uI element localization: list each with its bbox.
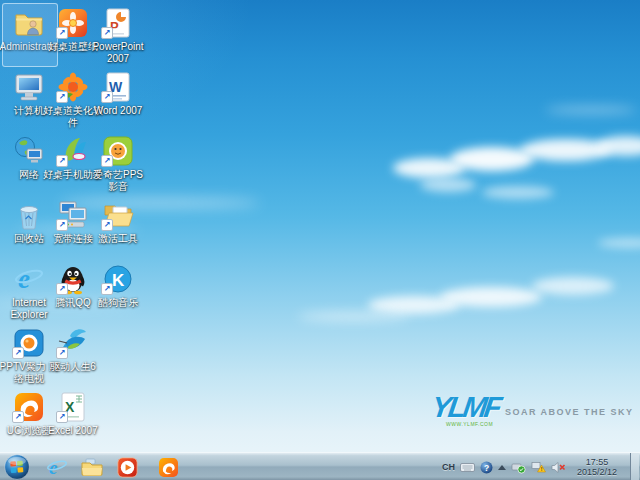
shortcut-arrow-icon	[56, 219, 68, 231]
network-warning-icon[interactable]: !	[531, 460, 546, 474]
taskbar-media-player-button[interactable]	[112, 455, 142, 479]
cloud	[545, 106, 637, 114]
uc-browser-icon	[157, 456, 180, 479]
clock-time: 17:55	[571, 457, 623, 467]
keyboard-icon[interactable]	[460, 462, 475, 473]
svg-text:K: K	[112, 271, 125, 290]
desktop-icon-kugou-music[interactable]: K 酷狗音乐	[88, 262, 148, 309]
desktop-icon-powerpoint-2007[interactable]: P PowerPoint 2007	[88, 6, 148, 65]
ime-language-indicator[interactable]: CH	[442, 462, 455, 472]
shortcut-arrow-icon	[101, 91, 113, 103]
desktop-icon-pps-player[interactable]: 爱奇艺PPS 影音	[88, 134, 148, 193]
desktop-icon-word-2007[interactable]: W Word 2007	[88, 70, 148, 117]
svg-text:e: e	[49, 457, 58, 478]
icon-label: Word 2007	[88, 105, 148, 117]
shortcut-arrow-icon	[56, 411, 68, 423]
cloud	[420, 178, 476, 192]
icon-label: 驱动人生6	[43, 361, 103, 373]
activation-folder-icon	[101, 198, 135, 232]
broadband-icon	[56, 198, 90, 232]
qq-penguin-icon	[56, 262, 90, 296]
icon-label: Excel 2007	[43, 425, 103, 437]
ylmf-tagline: SOAR ABOVE THE SKY	[505, 407, 634, 417]
shortcut-arrow-icon	[56, 283, 68, 295]
svg-text:?: ?	[484, 462, 489, 472]
cloud	[298, 312, 410, 321]
show-desktop-button[interactable]	[630, 453, 639, 480]
show-hidden-icons-button[interactable]	[498, 465, 506, 470]
excel-icon: X	[56, 390, 90, 424]
taskbar-windows-explorer-button[interactable]	[77, 455, 107, 479]
folder-icon	[80, 455, 104, 479]
folder-user-icon	[12, 6, 46, 40]
cloud	[532, 277, 614, 295]
desktop-icon-driver-life[interactable]: 驱动人生6	[43, 326, 103, 373]
svg-text:!: !	[541, 466, 543, 472]
shortcut-arrow-icon	[12, 347, 24, 359]
help-icon[interactable]: ?	[480, 461, 493, 474]
shortcut-arrow-icon	[56, 91, 68, 103]
word-icon: W	[101, 70, 135, 104]
ylmf-watermark: YLMF SOAR ABOVE THE SKY WWW.YLMF.COM	[432, 393, 632, 427]
usb-safely-remove-icon[interactable]	[511, 460, 526, 474]
shortcut-arrow-icon	[101, 219, 113, 231]
desktop-icon-excel-2007[interactable]: X Excel 2007	[43, 390, 103, 437]
kugou-music-icon: K	[101, 262, 135, 296]
shortcut-arrow-icon	[101, 27, 113, 39]
internet-explorer-icon: e	[12, 262, 46, 296]
taskbar-uc-browser-button[interactable]	[153, 455, 183, 479]
shortcut-arrow-icon	[101, 283, 113, 295]
computer-icon	[12, 70, 46, 104]
internet-explorer-icon: e	[45, 455, 69, 479]
driver-life-bird-icon	[56, 326, 90, 360]
taskbar: e	[0, 452, 640, 480]
taskbar-clock[interactable]: 17:55 2015/2/12	[571, 457, 623, 477]
volume-muted-icon[interactable]	[551, 461, 566, 474]
icon-label: 酷狗音乐	[88, 297, 148, 309]
icon-label: 爱奇艺PPS 影音	[88, 169, 148, 193]
icon-label: PowerPoint 2007	[88, 41, 148, 65]
powerpoint-icon: P	[101, 6, 135, 40]
start-button[interactable]	[4, 454, 30, 480]
cloud	[598, 238, 640, 248]
icon-label: 激活工具	[88, 233, 148, 245]
recycle-bin-icon	[12, 198, 46, 232]
desktop[interactable]: Administrator 好桌道壁纸 P P	[0, 0, 640, 480]
svg-text:e: e	[18, 264, 30, 294]
clock-date: 2015/2/12	[571, 467, 623, 477]
wallpaper-app-icon	[56, 6, 90, 40]
shortcut-arrow-icon	[56, 155, 68, 167]
pptv-icon	[12, 326, 46, 360]
system-tray: CH ? !	[442, 453, 640, 480]
desktop-icon-activation-tool[interactable]: 激活工具	[88, 198, 148, 245]
cloud	[482, 186, 554, 199]
shortcut-arrow-icon	[101, 155, 113, 167]
taskbar-internet-explorer-button[interactable]: e	[42, 455, 72, 479]
shortcut-arrow-icon	[56, 347, 68, 359]
beautify-app-icon	[56, 70, 90, 104]
cloud	[440, 287, 542, 307]
uc-browser-icon	[12, 390, 46, 424]
shortcut-arrow-icon	[12, 411, 24, 423]
shortcut-arrow-icon	[56, 27, 68, 39]
phone-assistant-icon	[56, 134, 90, 168]
network-icon	[12, 134, 46, 168]
ylmf-logo-text: YLMF	[430, 393, 501, 421]
media-player-icon	[116, 456, 139, 479]
pps-player-icon	[101, 134, 135, 168]
